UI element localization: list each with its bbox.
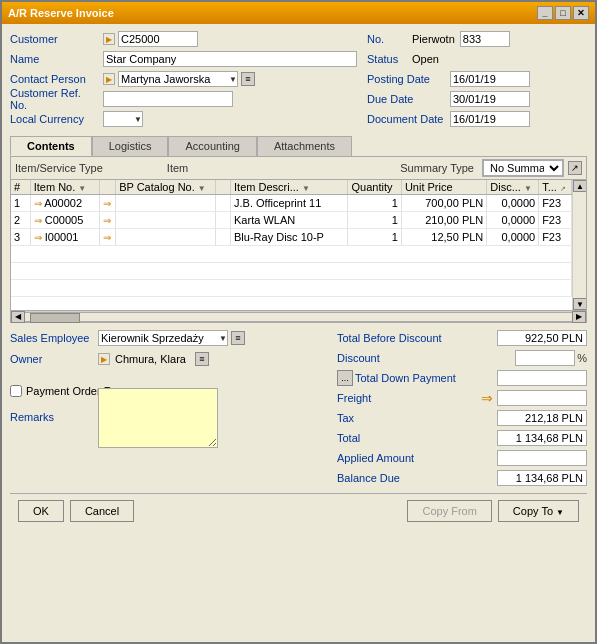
applied-label: Applied Amount [337,452,495,464]
contact-row: Contact Person ▶ Martyna Jaworska ▼ ≡ [10,70,357,88]
cell-item-no: ⇒ I00001 [30,229,99,246]
table-row-empty[interactable] [11,246,572,263]
name-input[interactable] [103,51,357,67]
ok-button[interactable]: OK [18,500,64,522]
cell-num: 3 [11,229,30,246]
cell-disc: 0,0000 [487,195,539,212]
sales-employee-select[interactable]: Kierownik Sprzedaży [98,330,228,346]
table-wrapper: # Item No. ▼ BP Catalog No. ▼ Item Descr… [11,180,586,310]
col-hash: # [11,180,30,195]
contact-select[interactable]: Martyna Jaworska [118,71,238,87]
button-bar: OK Cancel Copy From Copy To ▼ [10,493,587,528]
copy-from-button[interactable]: Copy From [407,500,491,522]
table-toolbar: Item/Service Type Item Summary Type No S… [11,157,586,180]
docdate-input[interactable] [450,111,530,127]
maximize-button[interactable]: □ [555,6,571,20]
balance-row: Balance Due 1 134,68 PLN [337,469,587,487]
scroll-right-button[interactable]: ▶ [572,311,586,323]
owner-arrow-icon[interactable]: ▶ [98,353,110,365]
cell-qty: 1 [348,229,401,246]
tax-value: 212,18 PLN [497,410,587,426]
payment-order-checkbox[interactable] [10,385,22,397]
scroll-left-button[interactable]: ◀ [11,311,25,323]
table-row-empty[interactable] [11,280,572,297]
ref-input[interactable] [103,91,233,107]
customer-input[interactable] [118,31,198,47]
sales-employee-info-icon[interactable]: ≡ [231,331,245,345]
name-label: Name [10,53,100,65]
docdate-row: Document Date [367,110,587,128]
cell-num: 1 [11,195,30,212]
discount-row: Discount % [337,349,587,367]
no-label: No. [367,33,407,45]
table-row-empty[interactable] [11,263,572,280]
cell-tax: F23 [539,212,572,229]
col-item-no: Item No. ▼ [30,180,99,195]
cell-item-no: ⇒ C00005 [30,212,99,229]
remarks-label: Remarks [10,411,95,423]
cancel-button[interactable]: Cancel [70,500,134,522]
expand-icon[interactable]: ↗ [568,161,582,175]
tab-accounting[interactable]: Accounting [168,136,256,156]
cell-bp [116,195,216,212]
cell-arrow2 [216,195,231,212]
table-row[interactable]: 1 ⇒ A00002 ⇒ J.B. Officeprint 11 1 700,0… [11,195,572,212]
cell-arrow2 [216,229,231,246]
scroll-up-button[interactable]: ▲ [573,180,586,192]
total-row: Total 1 134,68 PLN [337,429,587,447]
tax-label: Tax [337,412,495,424]
currency-select[interactable] [103,111,143,127]
down-payment-button[interactable]: ... [337,370,353,386]
freight-arrow-icon[interactable]: ⇒ [481,390,493,406]
close-button[interactable]: ✕ [573,6,589,20]
sales-employee-label: Sales Employee [10,332,95,344]
contact-info-icon[interactable]: ≡ [241,72,255,86]
tab-contents[interactable]: Contents [10,136,92,156]
contact-label: Contact Person [10,73,100,85]
posting-input[interactable] [450,71,530,87]
scroll-thumb-h[interactable] [30,313,80,323]
cell-arrow: ⇒ [100,229,116,246]
total-label: Total [337,432,495,444]
cell-price: 700,00 PLN [401,195,486,212]
vertical-scrollbar[interactable]: ▲ ▼ [572,180,586,310]
remarks-textarea[interactable] [98,388,218,448]
cell-arrow: ⇒ [100,195,116,212]
summary-type-select[interactable]: No Summary [483,160,563,176]
scroll-track-h [25,312,572,322]
balance-label: Balance Due [337,472,495,484]
ref-row: Customer Ref. No. [10,90,357,108]
tabs-container: Contents Logistics Accounting Attachment… [10,136,587,323]
col-bp-catalog: BP Catalog No. ▼ [116,180,216,195]
no-row: No. Pierwotn [367,30,587,48]
tab-logistics[interactable]: Logistics [92,136,169,156]
cell-desc: Karta WLAN [231,212,348,229]
tab-attachments[interactable]: Attachments [257,136,352,156]
table-row[interactable]: 2 ⇒ C00005 ⇒ Karta WLAN 1 210,00 PLN 0,0… [11,212,572,229]
down-payment-value [497,370,587,386]
no-prefix: Pierwotn [410,33,457,45]
down-payment-row: ... Total Down Payment [337,369,587,387]
freight-row: Freight ⇒ [337,389,587,407]
table-row[interactable]: 3 ⇒ I00001 ⇒ Blu-Ray Disc 10-P 1 12,50 P… [11,229,572,246]
name-row: Name [10,50,357,68]
owner-info-icon[interactable]: ≡ [195,352,209,366]
sales-employee-wrapper: Kierownik Sprzedaży ▼ [98,330,228,346]
minimize-button[interactable]: _ [537,6,553,20]
contact-arrow-icon[interactable]: ▶ [103,73,115,85]
customer-arrow-icon[interactable]: ▶ [103,33,115,45]
col-arrow1 [100,180,116,195]
col-qty: Quantity [348,180,401,195]
item-col-label: Item [167,162,188,174]
scroll-down-button[interactable]: ▼ [573,298,586,310]
due-input[interactable] [450,91,530,107]
posting-row: Posting Date [367,70,587,88]
discount-input[interactable] [515,350,575,366]
cell-disc: 0,0000 [487,212,539,229]
down-payment-label: Total Down Payment [355,372,495,384]
due-label: Due Date [367,93,447,105]
col-disc: Disc... ▼ [487,180,539,195]
no-input[interactable] [460,31,510,47]
sales-employee-row: Sales Employee Kierownik Sprzedaży ▼ ≡ [10,329,329,347]
copy-to-button[interactable]: Copy To ▼ [498,500,579,522]
